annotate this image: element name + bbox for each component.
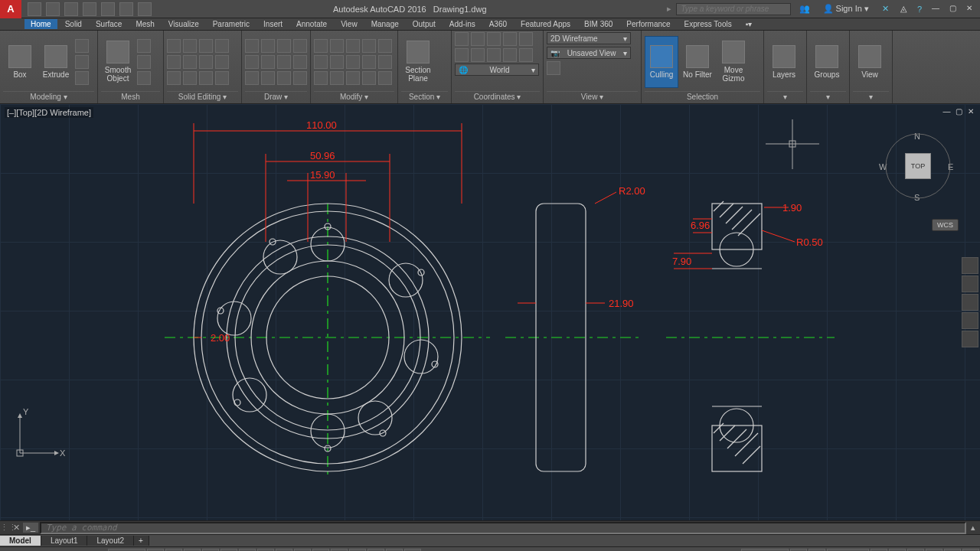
gizmo-button[interactable]: Move Gizmo xyxy=(717,36,750,88)
infocenter-icon[interactable]: 👥 xyxy=(795,4,814,14)
box-button[interactable]: Box xyxy=(3,36,37,88)
wcs-label[interactable]: WCS xyxy=(932,219,959,231)
a360-icon[interactable]: ◬ xyxy=(897,4,910,14)
line-icon[interactable] xyxy=(245,39,259,53)
trim-icon[interactable] xyxy=(346,39,360,53)
model-space-toggle[interactable]: MODEL xyxy=(108,549,146,552)
polysolid-icon[interactable] xyxy=(75,39,89,53)
nav-orbit-icon[interactable] xyxy=(962,312,978,329)
tab-model[interactable]: Model xyxy=(0,536,41,546)
annomonitor-icon[interactable] xyxy=(808,549,825,552)
rectangle-icon[interactable] xyxy=(245,55,259,69)
culling-button[interactable]: Culling xyxy=(645,36,678,88)
mirror-icon[interactable] xyxy=(330,55,344,69)
circle-icon[interactable] xyxy=(277,39,291,53)
ucs-icon[interactable] xyxy=(455,32,469,46)
tab-addins[interactable]: Add-ins xyxy=(443,19,482,29)
rotate-icon[interactable] xyxy=(330,39,344,53)
region-icon[interactable] xyxy=(277,71,291,85)
hardware-accel-icon[interactable] xyxy=(926,549,942,552)
qat-new-icon[interactable] xyxy=(28,2,41,16)
cleanscreen-icon[interactable] xyxy=(944,549,961,552)
otrack-icon[interactable] xyxy=(276,549,292,552)
tab-extra-icon[interactable]: ▪▾ xyxy=(740,19,759,29)
cmd-grip-icon[interactable]: ⋮⋮ xyxy=(0,523,11,533)
tab-annotate[interactable]: Annotate xyxy=(290,19,333,29)
tab-visualize[interactable]: Visualize xyxy=(162,19,205,29)
minimize-button[interactable]: — xyxy=(929,4,942,15)
tab-output[interactable]: Output xyxy=(407,19,442,29)
nav-pan-icon[interactable] xyxy=(962,276,978,292)
dyninput-icon[interactable] xyxy=(312,549,329,552)
dynucs-icon[interactable] xyxy=(294,549,311,552)
view2-button[interactable]: View xyxy=(853,36,887,88)
nav-showmotion-icon[interactable] xyxy=(962,331,978,347)
mesh-less-icon[interactable] xyxy=(137,55,151,69)
copy-icon[interactable] xyxy=(314,55,328,69)
spline-icon[interactable] xyxy=(245,71,259,85)
nav-zoom-icon[interactable] xyxy=(962,294,978,311)
signin-button[interactable]: 👤 Sign In ▾ xyxy=(818,4,874,14)
nav-wheel-icon[interactable] xyxy=(962,257,978,274)
panel-view2-label[interactable]: ▾ xyxy=(853,91,889,103)
lineweight-icon[interactable] xyxy=(331,549,348,552)
tab-insert[interactable]: Insert xyxy=(257,19,289,29)
slice-icon[interactable] xyxy=(215,39,229,53)
tab-performance[interactable]: Performance xyxy=(620,19,676,29)
selection-cycling-icon[interactable] xyxy=(368,549,384,552)
move-icon[interactable] xyxy=(314,39,328,53)
extrude-face-icon[interactable] xyxy=(167,55,181,69)
3dosnap-icon[interactable] xyxy=(257,549,274,552)
union-icon[interactable] xyxy=(167,39,181,53)
polyline-icon[interactable] xyxy=(261,39,275,53)
world-combo[interactable]: 🌐 World▾ xyxy=(455,64,539,76)
tab-add[interactable]: + xyxy=(134,536,149,546)
annoscale-display[interactable]: 1:1 / 100% xyxy=(741,549,789,552)
tab-express-tools[interactable]: Express Tools xyxy=(678,19,738,29)
grid-toggle-icon[interactable] xyxy=(147,549,164,552)
panel-modeling-label[interactable]: Modeling ▾ xyxy=(3,91,94,103)
units-display[interactable]: Decimal ▾ xyxy=(827,549,869,552)
annotation-icon[interactable] xyxy=(404,549,421,552)
separate-icon[interactable] xyxy=(183,71,197,85)
visual-style-combo[interactable]: 2D Wireframe▾ xyxy=(547,32,631,44)
gizmo-status-icon[interactable] xyxy=(386,549,403,552)
ucs-obj-icon[interactable] xyxy=(487,48,501,62)
mesh-more-icon[interactable] xyxy=(137,39,151,53)
fillet-edge-icon[interactable] xyxy=(215,55,229,69)
section-plane-button[interactable]: Section Plane xyxy=(401,36,435,88)
ucs-prev-icon[interactable] xyxy=(503,48,517,62)
panel-layers-label[interactable]: ▾ xyxy=(767,91,803,103)
tab-manage[interactable]: Manage xyxy=(365,19,405,29)
subtract-icon[interactable] xyxy=(183,39,197,53)
offset-edge-icon[interactable] xyxy=(199,55,213,69)
transparency-icon[interactable] xyxy=(349,549,366,552)
intersect-icon[interactable] xyxy=(199,39,213,53)
exchange-icon[interactable]: ✕ xyxy=(878,4,893,14)
isolate-icon[interactable] xyxy=(907,549,924,552)
viewcube[interactable]: N S W E TOP xyxy=(874,126,959,210)
tab-home[interactable]: Home xyxy=(24,19,57,29)
customize-icon[interactable] xyxy=(962,549,979,552)
panel-draw-label[interactable]: Draw ▾ xyxy=(245,91,307,103)
osnap-toggle-icon[interactable] xyxy=(239,549,256,552)
ellipse-icon[interactable] xyxy=(277,55,291,69)
imprint-icon[interactable] xyxy=(215,71,229,85)
saved-view-combo[interactable]: 📷 Unsaved View▾ xyxy=(547,47,631,59)
panel-solid-edit-label[interactable]: Solid Editing ▾ xyxy=(167,91,238,103)
explode-icon[interactable] xyxy=(378,39,392,53)
ucs-view-icon[interactable] xyxy=(455,48,469,62)
tab-surface[interactable]: Surface xyxy=(90,19,128,29)
arc-icon[interactable] xyxy=(293,39,307,53)
stretch-icon[interactable] xyxy=(314,71,328,85)
polar-toggle-icon[interactable] xyxy=(202,549,219,552)
scale-icon[interactable] xyxy=(330,71,344,85)
close-button[interactable]: ✕ xyxy=(963,4,975,15)
panel-view-label[interactable]: View ▾ xyxy=(547,91,638,103)
extrude-button[interactable]: Extrude xyxy=(39,36,73,88)
tab-a360[interactable]: A360 xyxy=(483,19,513,29)
workspace-icon[interactable] xyxy=(790,549,807,552)
tab-mesh[interactable]: Mesh xyxy=(129,19,160,29)
qat-saveas-icon[interactable] xyxy=(83,2,96,16)
presspull-icon[interactable] xyxy=(75,71,89,85)
